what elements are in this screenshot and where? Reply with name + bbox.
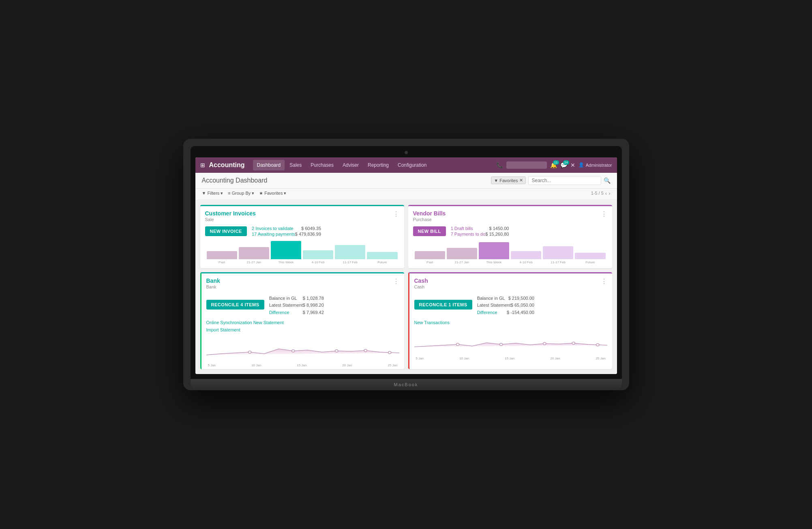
bar-label: 4-10 Feb — [520, 260, 533, 264]
card-body: NEW INVOICE 2 Invoices to validate $ 604… — [200, 224, 404, 268]
bar — [575, 253, 605, 259]
card-title-area: Cash Cash — [414, 277, 428, 289]
label-10jan: 10 Jan — [251, 363, 261, 367]
bar-thisweek-label: This Week — [279, 260, 294, 264]
latest-statement-label: Latest Statement — [269, 302, 303, 309]
bar — [447, 248, 477, 259]
tag-label: Favorites — [499, 178, 518, 183]
new-bill-button[interactable]: NEW BILL — [413, 226, 446, 236]
search-icon[interactable]: 🔍 — [604, 177, 611, 184]
brand-label: MacBook — [394, 382, 418, 387]
bar-future: Future — [575, 253, 605, 264]
nav-item-configuration[interactable]: Configuration — [394, 160, 431, 170]
bank-line-chart: 5 Jan 10 Jan 15 Jan 20 Jan 25 Jan — [206, 337, 399, 365]
bar-thisweek-bar — [271, 241, 301, 259]
svg-point-0 — [248, 351, 251, 353]
import-link[interactable]: Import Statement — [206, 327, 399, 334]
stat-row-2: 17 Awaiting payments $ 479,836.99 — [252, 232, 321, 237]
bar — [511, 251, 541, 259]
nav-item-adviser[interactable]: Adviser — [339, 160, 363, 170]
reconcile-bank-button[interactable]: RECONCILE 4 ITEMS — [206, 300, 264, 310]
card-subtitle: Cash — [414, 284, 428, 289]
svg-point-4 — [388, 351, 391, 354]
grid-icon[interactable]: ⊞ — [200, 162, 205, 168]
new-transactions-link[interactable]: New Transactions — [414, 319, 607, 327]
camera — [405, 151, 408, 154]
balance-gl-row: Balance in GL $ 219,500.00 — [477, 295, 534, 302]
stat-row-2: 7 Payments to do $ 15,260.80 — [451, 232, 509, 237]
payments-to-do-link[interactable]: 7 Payments to do — [451, 232, 486, 237]
latest-statement-value: $ 65,050.00 — [511, 302, 534, 309]
sync-link[interactable]: Online Synchronization New Statement — [206, 319, 399, 327]
prev-page-button[interactable]: ‹ — [605, 190, 607, 196]
new-invoice-button[interactable]: NEW INVOICE — [205, 226, 247, 236]
nav-item-reporting[interactable]: Reporting — [364, 160, 393, 170]
vendor-bar-chart: Past 21-27 Jan This Week — [413, 240, 607, 264]
action-row: NEW BILL 1 Draft bills $ 1450.00 7 Payme… — [413, 226, 607, 237]
svg-point-3 — [364, 349, 367, 352]
search-area: ▼ Favorites ✕ 🔍 — [491, 176, 610, 185]
card-title: Customer Invoices — [205, 210, 256, 217]
balance-section: Balance in GL $ 219,500.00 Latest Statem… — [477, 295, 534, 316]
filters-button[interactable]: ▼ Filters ▾ — [202, 191, 223, 196]
bar-11feb-label: 11-17 Feb — [343, 260, 358, 264]
nav-item-sales[interactable]: Sales — [285, 160, 306, 170]
chat-icon[interactable]: 💬 24 — [560, 162, 567, 168]
favorites-button[interactable]: ★ Favorites ▾ — [259, 191, 286, 196]
nav-item-purchases[interactable]: Purchases — [306, 160, 338, 170]
card-body: RECONCILE 4 ITEMS Balance in GL $ 1,028.… — [201, 291, 404, 370]
latest-statement-label: Latest Statement — [477, 302, 511, 309]
group-by-button[interactable]: ≡ Group By ▾ — [228, 191, 254, 196]
pagination: 1-5 / 5 ‹ › — [591, 190, 611, 196]
stat-value-2: $ 15,260.80 — [485, 232, 509, 237]
filter-icon: ▼ — [494, 178, 498, 183]
user-name: Administrator — [586, 163, 612, 168]
chart-labels: 5 Jan 10 Jan 15 Jan 20 Jan 25 Jan — [414, 357, 607, 360]
bar-label: 11-17 Feb — [551, 260, 566, 264]
bar — [543, 246, 573, 259]
bar-future: Future — [367, 252, 397, 264]
nav-search-input[interactable] — [506, 161, 547, 169]
card-menu-icon[interactable]: ⋮ — [393, 210, 399, 218]
notification-badge: 11 — [553, 160, 559, 165]
next-page-button[interactable]: › — [608, 190, 610, 196]
svg-point-9 — [596, 344, 599, 346]
balance-section: Balance in GL $ 1,028.78 Latest Statemen… — [269, 295, 324, 316]
balance-gl-value: $ 219,500.00 — [508, 295, 534, 302]
bar — [479, 242, 509, 259]
bar — [415, 251, 445, 259]
notifications-icon[interactable]: 🔔 11 — [550, 162, 557, 168]
invoices-to-validate-link[interactable]: 2 Invoices to validate — [252, 226, 294, 231]
label-25jan: 25 Jan — [596, 357, 605, 360]
card-menu-icon[interactable]: ⋮ — [393, 277, 399, 285]
label-5jan: 5 Jan — [416, 357, 424, 360]
card-menu-icon[interactable]: ⋮ — [601, 277, 607, 285]
difference-label[interactable]: Difference — [477, 309, 497, 316]
difference-value: $ 7,969.42 — [303, 309, 324, 316]
favorites-tag[interactable]: ▼ Favorites ✕ — [491, 176, 525, 184]
svg-point-2 — [335, 350, 338, 352]
close-icon[interactable]: ✕ — [570, 162, 575, 168]
nav-item-dashboard[interactable]: Dashboard — [253, 160, 285, 170]
bar-11-feb: 11-17 Feb — [543, 246, 573, 264]
bar-4-feb: 4-10 Feb — [303, 250, 333, 264]
laptop-frame: ⊞ Accounting Dashboard Sales Purchases A… — [183, 139, 629, 391]
draft-bills-link[interactable]: 1 Draft bills — [451, 226, 473, 231]
card-stats: 1 Draft bills $ 1450.00 7 Payments to do… — [451, 226, 509, 237]
difference-label[interactable]: Difference — [269, 309, 289, 316]
customer-invoices-card: Customer Invoices Sale ⋮ NEW INVOICE 2 I… — [200, 205, 404, 268]
label-10jan: 10 Jan — [459, 357, 469, 360]
phone-icon[interactable]: 📞 — [496, 162, 503, 168]
awaiting-payments-link[interactable]: 17 Awaiting payments — [252, 232, 295, 237]
tag-close-icon[interactable]: ✕ — [519, 178, 523, 183]
reconcile-cash-button[interactable]: RECONCILE 1 ITEMS — [414, 300, 472, 310]
search-input[interactable] — [528, 176, 601, 185]
svg-point-8 — [572, 342, 575, 344]
vendor-bills-card: Vendor Bills Purchase ⋮ NEW BILL 1 Draft… — [408, 205, 612, 268]
label-5jan: 5 Jan — [208, 363, 216, 367]
bar-label: Future — [585, 260, 595, 264]
action-row: RECONCILE 1 ITEMS Balance in GL $ 219,50… — [414, 293, 607, 316]
user-menu[interactable]: 👤 Administrator — [578, 162, 612, 168]
bar-11-feb: 11-17 Feb — [335, 245, 365, 264]
card-menu-icon[interactable]: ⋮ — [601, 210, 607, 218]
